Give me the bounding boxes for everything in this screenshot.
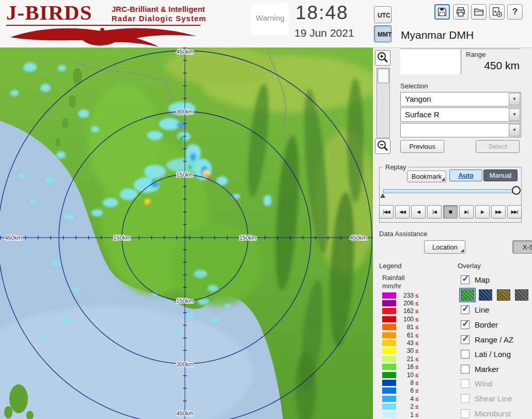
step-back-button[interactable]: |◀ xyxy=(427,205,442,219)
product-select-value: Surface R xyxy=(405,110,440,119)
legend-color-swatch xyxy=(382,404,396,410)
overlay-item-wind: Wind xyxy=(461,377,531,392)
legend-leq-sign: ≤ xyxy=(415,412,418,418)
overlay-item-lati-long[interactable]: Lati / Long xyxy=(461,347,531,362)
warning-panel: Warning xyxy=(252,3,289,35)
check-icon: ✓ xyxy=(462,303,469,314)
skip-to-end-button[interactable]: ▶▶| xyxy=(507,205,522,219)
eagle-logo-icon xyxy=(8,26,198,46)
legend-leq-sign: ≤ xyxy=(415,396,418,402)
zoom-out-icon xyxy=(376,139,389,152)
zoom-in-icon xyxy=(376,51,389,64)
legend-leq-sign: ≤ xyxy=(415,364,418,370)
legend-value: 61 xyxy=(399,332,414,339)
legend-leq-sign: ≤ xyxy=(415,380,418,386)
play-reverse-button[interactable]: ◀ xyxy=(411,205,426,219)
skip-to-start-button[interactable]: |◀◀ xyxy=(379,205,394,219)
legend-value: 43 xyxy=(399,339,414,347)
checkbox[interactable] xyxy=(461,350,470,359)
ring-label: 450km xyxy=(176,49,193,55)
checkbox[interactable]: ✓ xyxy=(461,275,470,284)
data-assistance-label: Data Assistance xyxy=(379,230,427,238)
legend-row: 100≤ xyxy=(382,315,418,323)
select-button[interactable]: Select xyxy=(476,140,520,153)
export-image-button[interactable] xyxy=(489,4,505,20)
jbirds-app: { "header": { "logo": {"title": "J-BIRDS… xyxy=(0,0,532,419)
map-style-gray-swatch[interactable] xyxy=(515,289,528,301)
product-select[interactable]: Surface R ▼ xyxy=(400,107,521,122)
legend-color-swatch xyxy=(382,396,396,402)
step-forward-button[interactable]: ▶| xyxy=(459,205,474,219)
legend-unit-1: Rainfall xyxy=(382,274,404,282)
map-style-olive-swatch[interactable] xyxy=(497,289,510,301)
legend-leq-sign: ≤ xyxy=(415,316,418,322)
legend-color-swatch xyxy=(382,364,396,370)
replay-slider[interactable] xyxy=(383,189,517,193)
map-style-navy-swatch[interactable] xyxy=(479,289,492,301)
checkbox[interactable] xyxy=(461,365,470,374)
checkbox[interactable]: ✓ xyxy=(461,305,470,314)
overlay-item-shear-line: Shear Line xyxy=(461,391,531,406)
site-select[interactable]: Yangon ▼ xyxy=(400,92,521,106)
help-button[interactable]: ? xyxy=(507,4,523,20)
legend-row: 30≤ xyxy=(382,347,418,355)
logo-tagline-2: Radar Dialogic System xyxy=(112,14,207,23)
slider-start-marker[interactable] xyxy=(380,193,385,198)
auto-button[interactable]: Auto xyxy=(449,169,482,181)
zoom-in-button[interactable] xyxy=(375,50,390,66)
overlay-item-map[interactable]: ✓Map xyxy=(461,272,531,287)
help-icon: ? xyxy=(508,5,522,19)
checkbox xyxy=(461,379,470,388)
overlay-item-label: Range / AZ xyxy=(475,335,513,344)
stop-button[interactable]: ■ xyxy=(443,205,458,219)
mmt-button[interactable]: MMT xyxy=(374,25,392,42)
legend-leq-sign: ≤ xyxy=(415,292,418,299)
zoom-out-button[interactable] xyxy=(375,138,390,154)
overlay-item-label: Border xyxy=(475,320,498,329)
checkbox xyxy=(461,394,470,403)
radar-map[interactable]: 450km 300km 150km 150km 300km 450km 450k… xyxy=(0,48,373,419)
legend-value: 8 xyxy=(399,379,414,386)
ring-label: 450km xyxy=(5,235,22,241)
overlay-item-label: Marker xyxy=(475,365,499,374)
fast-rewind-button[interactable]: ◀◀ xyxy=(395,205,410,219)
legend-row: 21≤ xyxy=(382,355,418,363)
manual-button[interactable]: Manual xyxy=(483,169,518,181)
ring-label: 450km xyxy=(176,410,193,416)
location-button[interactable]: Location xyxy=(424,240,465,254)
legend-leq-sign: ≤ xyxy=(415,332,418,338)
station-name: Myanmar DMH xyxy=(401,29,474,41)
previous-button[interactable]: Previous xyxy=(400,140,444,153)
print-button[interactable] xyxy=(453,4,468,20)
open-file-button[interactable] xyxy=(471,4,487,20)
save-button[interactable] xyxy=(434,4,450,20)
checkbox[interactable]: ✓ xyxy=(461,335,470,344)
overlay-item-marker[interactable]: Marker xyxy=(461,362,531,377)
clock-date: 19 Jun 2021 xyxy=(294,27,354,39)
overlay-item-border[interactable]: ✓Border xyxy=(461,317,531,332)
legend-row: 233≤ xyxy=(382,291,418,299)
chevron-down-icon[interactable]: ▼ xyxy=(509,93,520,105)
fast-forward-button[interactable]: ▶▶ xyxy=(491,205,506,219)
scrollbar-thumb[interactable] xyxy=(378,69,389,83)
bookmark-button[interactable]: Bookmark xyxy=(407,170,446,182)
utc-button[interactable]: UTC xyxy=(374,6,392,23)
overlay-item-line[interactable]: ✓Line xyxy=(461,303,531,318)
play-button[interactable]: ▶ xyxy=(475,205,490,219)
slider-handle[interactable] xyxy=(512,186,521,195)
chevron-down-icon[interactable]: ▼ xyxy=(509,108,520,121)
option-select[interactable]: ▼ xyxy=(400,123,521,137)
legend-value: 2 xyxy=(399,403,414,410)
checkbox[interactable]: ✓ xyxy=(461,320,470,329)
legend-color-swatch xyxy=(382,348,396,354)
map-scrollbar[interactable] xyxy=(377,68,390,138)
legend-value: 100 xyxy=(399,316,414,323)
legend-value: 10 xyxy=(399,371,414,379)
overlay-item-label: Line xyxy=(475,305,489,314)
overlay-item-range-az[interactable]: ✓Range / AZ xyxy=(461,332,531,347)
ring-label: 150km xyxy=(176,298,193,304)
x-section-button[interactable]: X-Section xyxy=(512,240,532,254)
chevron-down-icon[interactable]: ▼ xyxy=(509,124,520,136)
map-style-green-swatch[interactable] xyxy=(461,289,474,301)
check-icon: ✓ xyxy=(462,318,469,329)
